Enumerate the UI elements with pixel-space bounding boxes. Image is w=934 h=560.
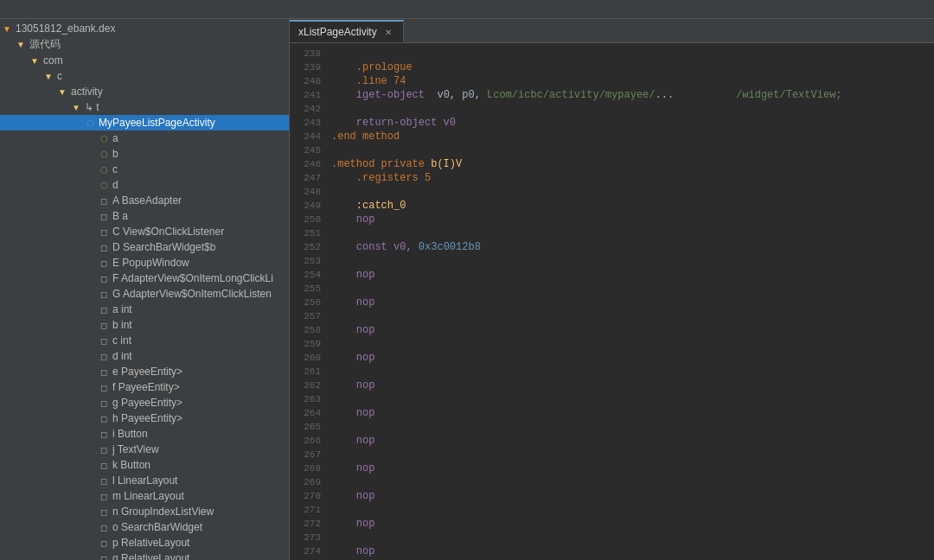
code-content-264: nop <box>331 406 934 420</box>
tree-item-0[interactable]: ▼13051812_ebank.dex <box>0 21 289 36</box>
tree-icon-0: ▼ <box>0 22 14 35</box>
code-line-265: 265 <box>290 420 934 434</box>
code-line-258: 258 nop <box>290 323 934 337</box>
tree-item-28[interactable]: ◻k Button <box>0 457 289 473</box>
line-number-238: 238 <box>290 47 331 60</box>
tree-item-4[interactable]: ▼activity <box>0 84 289 99</box>
line-number-266: 266 <box>290 434 331 448</box>
code-content-239: .prologue <box>331 60 934 74</box>
tree-item-13[interactable]: ◻C View$OnClickListener <box>0 224 289 239</box>
code-line-257: 257 <box>290 309 934 323</box>
line-number-253: 253 <box>290 254 331 268</box>
tree-item-23[interactable]: ◻f PayeeEntity> <box>0 379 289 395</box>
tree-item-27[interactable]: ◻j TextView <box>0 442 289 457</box>
tree-item-21[interactable]: ◻d int <box>0 348 289 364</box>
line-number-269: 269 <box>290 475 331 489</box>
tree-item-30[interactable]: ◻m LinearLayout <box>0 488 289 504</box>
line-number-255: 255 <box>290 282 331 296</box>
tree-item-6[interactable]: ⬡MyPayeeListPageActivity <box>0 115 289 130</box>
tree-item-33[interactable]: ◻p RelativeLayout <box>0 535 289 550</box>
tree-label-17: G AdapterView$OnItemClickListen <box>112 288 289 300</box>
tree-label-10: d <box>112 179 289 191</box>
tree-icon-20: ◻ <box>97 334 111 347</box>
tree-label-19: b int <box>112 319 289 331</box>
tree-item-20[interactable]: ◻c int <box>0 333 289 348</box>
code-content-260: nop <box>331 351 934 365</box>
tree-icon-18: ◻ <box>97 302 111 316</box>
tree-label-25: h PayeeEntity> <box>112 412 289 424</box>
tree-label-34: q RelativeLayout <box>112 552 289 560</box>
line-number-271: 271 <box>290 503 331 517</box>
tree-item-16[interactable]: ◻F AdapterView$OnItemLongClickLi <box>0 270 289 286</box>
tree-label-14: D SearchBarWidget$b <box>112 241 289 253</box>
tree-label-3: c <box>57 70 289 82</box>
tree-icon-2: ▼ <box>28 54 42 67</box>
tree-icon-22: ◻ <box>97 365 111 379</box>
code-content-252: const v0, 0x3c0012b8 <box>331 240 934 254</box>
line-number-249: 249 <box>290 199 331 213</box>
tree-icon-23: ◻ <box>97 380 111 394</box>
tree-label-22: e PayeeEntity> <box>112 366 289 378</box>
tree-icon-31: ◻ <box>97 505 111 519</box>
tab-xListPageActivity[interactable]: xListPageActivity ✕ <box>290 20 404 42</box>
tree-item-12[interactable]: ◻B a <box>0 208 289 224</box>
line-number-240: 240 <box>290 74 331 88</box>
tree-item-18[interactable]: ◻a int <box>0 302 289 317</box>
tree-item-8[interactable]: ⬡b <box>0 146 289 162</box>
code-area[interactable]: 238239 .prologue240 .line 74241 iget-obj… <box>290 43 934 560</box>
tree-label-28: k Button <box>112 459 289 471</box>
tree-item-1[interactable]: ▼源代码 <box>0 36 289 53</box>
tree-item-17[interactable]: ◻G AdapterView$OnItemClickListen <box>0 286 289 302</box>
line-number-239: 239 <box>290 60 331 74</box>
code-content-272: nop <box>331 517 934 531</box>
tree-item-3[interactable]: ▼c <box>0 68 289 84</box>
code-line-238: 238 <box>290 47 934 60</box>
tree-label-20: c int <box>112 334 289 347</box>
line-number-244: 244 <box>290 130 331 143</box>
tree-icon-24: ◻ <box>97 396 111 410</box>
tree-icon-3: ▼ <box>42 69 55 83</box>
code-line-250: 250 nop <box>290 213 934 226</box>
tree-icon-6: ⬡ <box>83 116 97 130</box>
tree-item-34[interactable]: ◻q RelativeLayout <box>0 550 289 560</box>
code-content-274: nop <box>331 544 934 558</box>
tree-item-24[interactable]: ◻g PayeeEntity> <box>0 395 289 410</box>
tree-item-32[interactable]: ◻o SearchBarWidget <box>0 519 289 535</box>
tree-item-19[interactable]: ◻b int <box>0 317 289 333</box>
tree-item-2[interactable]: ▼com <box>0 53 289 68</box>
code-line-270: 270 nop <box>290 489 934 503</box>
tab-close-button[interactable]: ✕ <box>382 26 394 38</box>
tree-label-16: F AdapterView$OnItemLongClickLi <box>112 272 289 284</box>
code-line-256: 256 nop <box>290 296 934 309</box>
tree-icon-5: ▼ <box>69 100 83 114</box>
line-number-264: 264 <box>290 406 331 420</box>
tree-label-33: p RelativeLayout <box>112 537 289 549</box>
tree-label-26: i Button <box>112 428 289 440</box>
tree-icon-17: ◻ <box>97 287 111 301</box>
tree-item-22[interactable]: ◻e PayeeEntity> <box>0 364 289 379</box>
code-content-240: .line 74 <box>331 74 934 88</box>
code-editor-panel: xListPageActivity ✕ 238239 .prologue240 … <box>290 19 934 560</box>
code-lines-container: 238239 .prologue240 .line 74241 iget-obj… <box>290 47 934 560</box>
tree-item-14[interactable]: ◻D SearchBarWidget$b <box>0 239 289 255</box>
code-line-244: 244.end method <box>290 130 934 143</box>
tree-item-5[interactable]: ▼↳ t <box>0 99 289 115</box>
tree-item-25[interactable]: ◻h PayeeEntity> <box>0 410 289 426</box>
tree-item-26[interactable]: ◻i Button <box>0 426 289 442</box>
tree-item-10[interactable]: ⬡d <box>0 177 289 193</box>
tree-icon-12: ◻ <box>97 209 111 223</box>
tree-item-15[interactable]: ◻E PopupWindow <box>0 255 289 270</box>
code-content-258: nop <box>331 323 934 337</box>
tree-item-7[interactable]: ⬡a <box>0 130 289 146</box>
tree-icon-4: ▼ <box>55 85 69 99</box>
tree-icon-25: ◻ <box>97 411 111 425</box>
tree-icon-11: ◻ <box>97 194 111 207</box>
tree-item-11[interactable]: ◻A BaseAdapter <box>0 193 289 208</box>
tree-icon-7: ⬡ <box>97 131 111 145</box>
tree-item-31[interactable]: ◻n GroupIndexListView <box>0 504 289 519</box>
line-number-265: 265 <box>290 420 331 434</box>
tree-label-31: n GroupIndexListView <box>112 506 289 518</box>
tree-item-29[interactable]: ◻l LinearLayout <box>0 473 289 488</box>
line-number-260: 260 <box>290 351 331 365</box>
tree-item-9[interactable]: ⬡c <box>0 162 289 177</box>
